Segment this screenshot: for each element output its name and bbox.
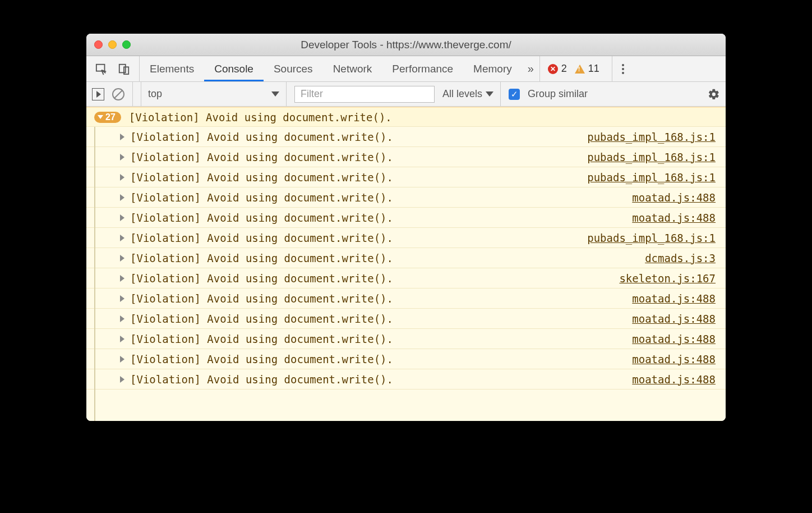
console-message-row[interactable]: [Violation] Avoid using document.write()… — [86, 208, 726, 228]
disclosure-triangle-icon[interactable] — [120, 134, 124, 140]
source-link[interactable]: moatad.js:488 — [632, 191, 716, 204]
minimize-window-button[interactable] — [108, 40, 117, 49]
window-title: Developer Tools - https://www.theverge.c… — [86, 39, 726, 51]
message-text: [Violation] Avoid using document.write()… — [130, 292, 632, 305]
console-message-row[interactable]: [Violation] Avoid using document.write()… — [86, 228, 726, 248]
chevron-down-icon — [98, 115, 103, 119]
disclosure-triangle-icon[interactable] — [120, 336, 124, 342]
clear-console-icon[interactable] — [112, 88, 124, 100]
close-window-button[interactable] — [94, 40, 103, 49]
group-gutter — [94, 127, 95, 421]
message-text: [Violation] Avoid using document.write()… — [130, 313, 632, 325]
disclosure-triangle-icon[interactable] — [120, 214, 124, 221]
devtools-tabbar: ElementsConsoleSourcesNetworkPerformance… — [86, 56, 726, 82]
disclosure-triangle-icon[interactable] — [120, 315, 124, 322]
disclosure-triangle-icon[interactable] — [120, 275, 124, 282]
console-message-row[interactable]: [Violation] Avoid using document.write()… — [86, 187, 726, 208]
console-message-row[interactable]: [Violation] Avoid using document.write()… — [86, 288, 726, 309]
filter-input[interactable]: Filter — [294, 86, 435, 103]
disclosure-triangle-icon[interactable] — [120, 356, 124, 363]
tab-console[interactable]: Console — [204, 56, 264, 81]
source-link[interactable]: moatad.js:488 — [632, 353, 716, 365]
source-link[interactable]: pubads_impl_168.js:1 — [587, 151, 716, 163]
group-similar-checkbox[interactable]: ✓ — [509, 89, 520, 100]
tab-network[interactable]: Network — [323, 56, 382, 81]
source-link[interactable]: pubads_impl_168.js:1 — [587, 131, 716, 143]
tab-memory[interactable]: Memory — [463, 56, 522, 81]
message-text: [Violation] Avoid using document.write()… — [130, 151, 587, 163]
devtools-window: Developer Tools - https://www.theverge.c… — [86, 34, 726, 421]
source-link[interactable]: moatad.js:488 — [632, 373, 716, 386]
console-message-row[interactable]: [Violation] Avoid using document.write()… — [86, 167, 726, 187]
device-toggle-icon[interactable] — [118, 63, 130, 75]
message-text: [Violation] Avoid using document.write()… — [130, 353, 632, 365]
devtools-menu-button[interactable] — [612, 56, 634, 81]
console-toolbar: top Filter All levels ✓ Group similar — [86, 82, 726, 107]
source-link[interactable]: pubads_impl_168.js:1 — [587, 232, 716, 244]
disclosure-triangle-icon[interactable] — [120, 255, 124, 262]
console-message-row[interactable]: [Violation] Avoid using document.write()… — [86, 329, 726, 349]
disclosure-triangle-icon[interactable] — [120, 154, 124, 161]
console-message-row[interactable]: [Violation] Avoid using document.write()… — [86, 369, 726, 390]
group-similar-label: Group similar — [528, 88, 588, 100]
warning-count: 11 — [588, 63, 599, 75]
more-tabs-icon[interactable]: » — [522, 62, 539, 75]
message-text: [Violation] Avoid using document.write()… — [130, 191, 632, 204]
chevron-down-icon — [271, 91, 279, 97]
disclosure-triangle-icon[interactable] — [120, 295, 124, 302]
group-count-pill: 27 — [94, 112, 121, 123]
levels-label: All levels — [442, 88, 482, 100]
message-text: [Violation] Avoid using document.write()… — [130, 171, 587, 184]
message-text: [Violation] Avoid using document.write()… — [130, 373, 632, 386]
message-text: [Violation] Avoid using document.write()… — [130, 252, 645, 264]
message-text: [Violation] Avoid using document.write()… — [130, 333, 632, 345]
warning-badge-icon — [575, 65, 585, 74]
disclosure-triangle-icon[interactable] — [120, 194, 124, 201]
source-link[interactable]: moatad.js:488 — [632, 212, 716, 224]
svg-rect-0 — [96, 64, 105, 71]
console-message-row[interactable]: [Violation] Avoid using document.write()… — [86, 147, 726, 167]
message-text: [Violation] Avoid using document.write()… — [130, 212, 632, 224]
inspect-element-icon[interactable] — [95, 63, 108, 75]
message-text: [Violation] Avoid using document.write()… — [130, 131, 587, 143]
disclosure-triangle-icon[interactable] — [120, 376, 124, 383]
console-settings-icon[interactable] — [708, 88, 720, 100]
console-message-row[interactable]: [Violation] Avoid using document.write()… — [86, 127, 726, 147]
tab-performance[interactable]: Performance — [382, 56, 463, 81]
source-link[interactable]: skeleton.js:167 — [619, 272, 716, 285]
chevron-down-icon — [486, 91, 493, 97]
traffic-lights — [86, 40, 131, 49]
violation-group-header[interactable]: 27 [Violation] Avoid using document.writ… — [86, 107, 726, 127]
source-link[interactable]: moatad.js:488 — [632, 313, 716, 325]
status-counters[interactable]: ✕ 2 11 — [539, 56, 612, 81]
console-message-row[interactable]: [Violation] Avoid using document.write()… — [86, 309, 726, 329]
svg-rect-1 — [119, 64, 126, 72]
source-link[interactable]: pubads_impl_168.js:1 — [587, 171, 716, 184]
message-text: [Violation] Avoid using document.write()… — [130, 232, 587, 244]
context-label: top — [148, 88, 162, 100]
console-message-row[interactable]: [Violation] Avoid using document.write()… — [86, 268, 726, 288]
toggle-console-drawer-icon[interactable] — [92, 88, 104, 100]
disclosure-triangle-icon[interactable] — [120, 235, 124, 241]
console-message-row[interactable]: [Violation] Avoid using document.write()… — [86, 349, 726, 369]
zoom-window-button[interactable] — [122, 40, 131, 49]
error-count: 2 — [561, 63, 567, 75]
titlebar[interactable]: Developer Tools - https://www.theverge.c… — [86, 34, 726, 56]
error-badge-icon: ✕ — [548, 64, 558, 74]
disclosure-triangle-icon[interactable] — [120, 174, 124, 181]
execution-context-select[interactable]: top — [141, 82, 287, 106]
group-count: 27 — [105, 112, 116, 122]
tab-elements[interactable]: Elements — [140, 56, 204, 81]
source-link[interactable]: moatad.js:488 — [632, 333, 716, 345]
source-link[interactable]: moatad.js:488 — [632, 292, 716, 305]
console-message-row[interactable]: [Violation] Avoid using document.write()… — [86, 248, 726, 268]
message-text: [Violation] Avoid using document.write()… — [130, 272, 619, 285]
log-levels-select[interactable]: All levels — [442, 82, 501, 106]
source-link[interactable]: dcmads.js:3 — [645, 252, 716, 264]
group-message: [Violation] Avoid using document.write()… — [129, 111, 716, 123]
console-messages[interactable]: 27 [Violation] Avoid using document.writ… — [86, 107, 726, 421]
tab-sources[interactable]: Sources — [264, 56, 323, 81]
